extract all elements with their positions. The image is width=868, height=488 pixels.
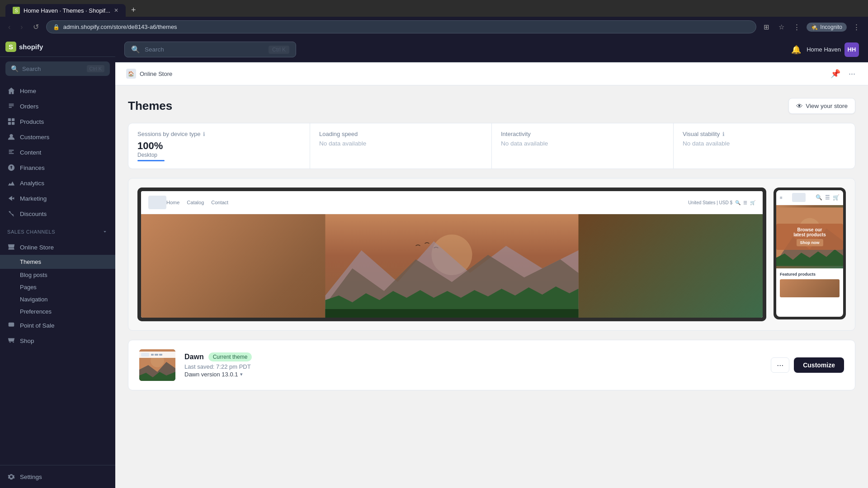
- page-body: Themes 👁 View your store Sessions by dev…: [115, 85, 868, 488]
- address-bar[interactable]: 🔒 admin.shopify.com/store/de8143-a6/them…: [46, 20, 757, 33]
- theme-info-card: Dawn Current theme Last saved: 7:22 pm P…: [128, 340, 855, 390]
- sidebar-subitem-preferences[interactable]: Preferences: [20, 305, 115, 318]
- theme-preview-area: HomeCatalogContact United States | USD $…: [128, 178, 855, 331]
- sidebar-item-settings[interactable]: Settings: [0, 469, 115, 484]
- sidebar-subitem-blog-posts[interactable]: Blog posts: [20, 269, 115, 281]
- sidebar-item-home[interactable]: Home: [0, 83, 115, 99]
- sidebar-item-themes[interactable]: Themes: [0, 255, 115, 269]
- stat-visual-stability-nodata: No data available: [683, 140, 846, 147]
- customize-chrome-btn[interactable]: ⋮: [791, 21, 803, 33]
- theme-more-btn[interactable]: ···: [771, 357, 789, 373]
- theme-name-row: Dawn Current theme: [184, 352, 762, 361]
- home-icon: [7, 87, 15, 95]
- sidebar-item-online-store[interactable]: Online Store: [0, 239, 115, 255]
- sidebar-item-finances[interactable]: Finances: [0, 160, 115, 175]
- mobile-bezel: ≡ 🔍☰🛒: [774, 188, 846, 319]
- sidebar-item-shop[interactable]: Shop: [0, 333, 115, 348]
- stat-sessions-value: 100%: [137, 140, 301, 152]
- svg-rect-2: [8, 122, 11, 125]
- stat-sessions-device: Desktop: [137, 152, 301, 158]
- new-tab-btn[interactable]: +: [127, 4, 140, 17]
- notification-bell[interactable]: 🔔: [791, 45, 801, 55]
- theme-thumbnail-svg: [139, 349, 175, 381]
- svg-rect-11: [326, 309, 579, 318]
- mobile-cta-btn[interactable]: Shop now: [797, 239, 823, 246]
- stat-interactivity-nodata: No data available: [501, 140, 664, 147]
- online-store-icon: [7, 243, 15, 251]
- tab-close-btn[interactable]: ✕: [114, 7, 118, 14]
- products-icon: [7, 117, 15, 126]
- menu-btn[interactable]: ⋮: [850, 21, 863, 33]
- extensions-btn[interactable]: ⊞: [761, 21, 772, 33]
- mobile-product-img: [780, 279, 840, 297]
- search-icon-topbar: 🔍: [131, 45, 140, 54]
- stat-sessions-info[interactable]: ℹ: [203, 131, 205, 137]
- content-icon: [7, 148, 15, 156]
- topbar-right: 🔔 Home Haven HH: [791, 42, 859, 57]
- view-store-btn[interactable]: 👁 View your store: [788, 98, 855, 114]
- incognito-icon: 🕵: [811, 24, 818, 30]
- pos-icon: [7, 321, 15, 329]
- finances-icon: [7, 164, 15, 172]
- preview-nav: HomeCatalogContact United States | USD $…: [141, 191, 763, 214]
- customize-btn[interactable]: Customize: [794, 357, 844, 373]
- svg-point-4: [9, 134, 13, 137]
- avatar: HH: [844, 42, 859, 57]
- current-theme-badge: Current theme: [208, 352, 252, 361]
- pin-btn[interactable]: 📌: [829, 67, 842, 80]
- search-bar[interactable]: 🔍 Ctrl K: [124, 42, 296, 57]
- mobile-nav: ≡ 🔍☰🛒: [776, 190, 843, 205]
- bookmark-btn[interactable]: ☆: [776, 21, 787, 33]
- sales-channels-section: Sales channels: [0, 224, 115, 237]
- theme-preview-inner: HomeCatalogContact United States | USD $…: [128, 178, 855, 330]
- mobile-hero: Browse ourlatest products Shop now: [776, 205, 843, 268]
- tab-title: Home Haven · Themes · Shopif...: [24, 7, 110, 14]
- active-tab[interactable]: S Home Haven · Themes · Shopif... ✕: [5, 4, 126, 17]
- sidebar-subitem-pages[interactable]: Pages: [20, 281, 115, 293]
- settings-icon: [7, 473, 15, 481]
- sidebar-item-products[interactable]: Products: [0, 114, 115, 129]
- incognito-label: Incognito: [820, 24, 842, 30]
- sidebar-search[interactable]: 🔍 Search Ctrl K: [5, 61, 110, 76]
- reload-btn[interactable]: ↺: [30, 21, 42, 33]
- tab-favicon: S: [13, 7, 20, 14]
- stat-sessions: Sessions by device type ℹ 100% Desktop: [128, 123, 310, 169]
- mobile-products-title: Featured products: [780, 272, 840, 277]
- stat-sessions-title: Sessions by device type: [137, 131, 200, 137]
- svg-rect-22: [151, 354, 154, 356]
- shop-icon: [7, 337, 15, 345]
- browser-toolbar: ‹ › ↺ 🔒 admin.shopify.com/store/de8143-a…: [0, 17, 868, 37]
- sub-nav-online-store: Blog posts Pages Navigation Preferences: [0, 269, 115, 318]
- stat-visual-stability: Visual stability ℹ No data available: [674, 123, 855, 169]
- user-name: Home Haven: [807, 46, 841, 53]
- stat-visual-info[interactable]: ℹ: [722, 131, 725, 137]
- more-actions-btn[interactable]: ···: [847, 67, 857, 80]
- hero-landscape-svg: [141, 214, 763, 318]
- shopify-logo: S shopify: [5, 42, 43, 52]
- page-title: Themes: [128, 99, 172, 113]
- forward-btn[interactable]: ›: [18, 21, 25, 33]
- sidebar-item-discounts[interactable]: Discounts: [0, 206, 115, 221]
- svg-rect-0: [8, 118, 11, 121]
- sidebar-item-content[interactable]: Content: [0, 145, 115, 160]
- stat-loading-nodata: No data available: [319, 140, 482, 147]
- version-chevron-icon: ▾: [240, 371, 243, 377]
- sidebar-item-point-of-sale[interactable]: Point of Sale: [0, 318, 115, 333]
- sidebar-item-customers[interactable]: Customers: [0, 129, 115, 145]
- customers-icon: [7, 133, 15, 141]
- user-info[interactable]: Home Haven HH: [807, 42, 859, 57]
- sidebar-item-marketing[interactable]: Marketing: [0, 191, 115, 206]
- stat-interactivity-title: Interactivity: [501, 131, 531, 137]
- sidebar: S shopify 🔍 Search Ctrl K Home Orders Pr…: [0, 37, 115, 488]
- sidebar-subitem-navigation[interactable]: Navigation: [20, 293, 115, 305]
- back-btn[interactable]: ‹: [5, 21, 13, 33]
- theme-version[interactable]: Dawn version 13.0.1 ▾: [184, 371, 762, 378]
- browser-actions: ⊞ ☆ ⋮ 🕵 Incognito ⋮: [761, 21, 863, 33]
- sidebar-item-analytics[interactable]: Analytics: [0, 175, 115, 191]
- address-text: admin.shopify.com/store/de8143-a6/themes: [63, 23, 177, 30]
- sidebar-item-orders[interactable]: Orders: [0, 99, 115, 114]
- stat-sessions-bar: [137, 160, 165, 161]
- expand-icon[interactable]: [102, 229, 108, 235]
- breadcrumb-store-icon: 🏠: [126, 69, 136, 79]
- search-input[interactable]: [145, 46, 264, 53]
